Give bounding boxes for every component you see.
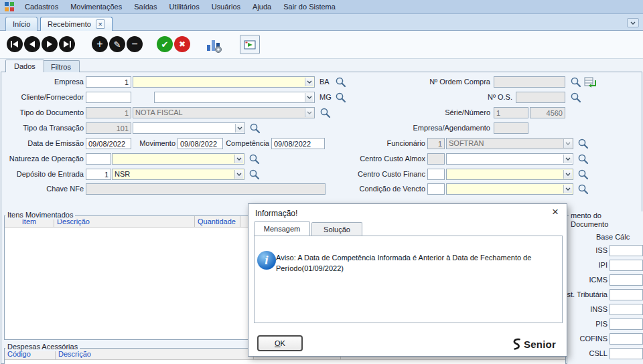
minus-icon: − <box>131 39 137 50</box>
senior-logo-icon <box>511 338 521 350</box>
chevron-down-icon <box>630 21 636 25</box>
column-header-quantidade[interactable]: Quantidade <box>195 216 240 227</box>
serie-input <box>494 107 528 118</box>
confirm-button[interactable]: ✔ <box>157 36 173 52</box>
senior-logo: Senior <box>511 338 556 350</box>
next-record-button[interactable] <box>42 36 58 52</box>
tab-recebimento-label: Recebimento <box>48 20 91 28</box>
menu-item-movimentacoes[interactable]: Movimentações <box>64 0 128 13</box>
natureza-label: Natureza de Operação <box>7 153 84 165</box>
tax-input-csll[interactable] <box>610 348 643 359</box>
dialog-tab-solucao[interactable]: Solução <box>311 222 362 236</box>
empresa-lookup-button[interactable] <box>335 76 346 88</box>
add-record-button[interactable]: + <box>92 36 108 52</box>
cross-icon: ✖ <box>179 40 186 48</box>
ordem-compra-label: Nº Ordem Compra <box>402 76 490 88</box>
condicao-vencto-lookup-button[interactable] <box>577 183 589 195</box>
tipo-transacao-combo[interactable] <box>133 122 245 134</box>
delete-record-button[interactable]: − <box>127 36 143 52</box>
import-order-button[interactable] <box>583 76 597 88</box>
ok-button[interactable]: OK <box>257 335 303 351</box>
condicao-vencto-code-input[interactable] <box>427 183 445 195</box>
cliente-combo[interactable] <box>154 92 315 103</box>
menu-item-cadastros[interactable]: Cadastros <box>19 0 64 13</box>
empresa-region-label: BA <box>319 76 334 88</box>
centro-custo-financ-code-input[interactable] <box>427 169 445 180</box>
tab-close-icon[interactable]: × <box>96 19 105 29</box>
competencia-input[interactable] <box>271 138 325 149</box>
condicao-vencto-combo[interactable] <box>446 183 573 195</box>
senior-logo-text: Senior <box>524 339 556 350</box>
empresa-combo[interactable] <box>133 76 315 88</box>
check-icon: ✔ <box>161 40 169 49</box>
previous-record-button[interactable] <box>24 36 40 52</box>
empresa-code-input[interactable] <box>86 76 131 88</box>
column-header-descricao[interactable]: Descrição <box>54 216 195 227</box>
tax-input-pis[interactable] <box>610 318 643 330</box>
cliente-label: Cliente/Fornecedor <box>7 92 84 103</box>
competencia-label: Competência <box>225 138 269 149</box>
tipo-transacao-lookup-button[interactable] <box>249 122 261 134</box>
movimento-label: Movimento <box>134 138 175 149</box>
first-record-button[interactable] <box>7 36 23 52</box>
info-dialog: Informação! × Mensagem Solução i Aviso: … <box>248 203 567 357</box>
menu-item-saidas[interactable]: Saídas <box>128 0 163 13</box>
deposito-lookup-button[interactable] <box>248 169 260 180</box>
tax-input-cofins[interactable] <box>610 333 643 345</box>
cancel-button[interactable]: ✖ <box>174 36 190 52</box>
natureza-combo[interactable] <box>112 153 244 165</box>
last-record-button[interactable] <box>59 36 75 52</box>
tipo-documento-lookup-button[interactable] <box>319 107 331 118</box>
ordem-compra-input <box>494 76 565 88</box>
chart-button[interactable] <box>204 35 223 54</box>
tab-filtros[interactable]: Filtros <box>42 60 80 72</box>
centro-custo-financ-lookup-button[interactable] <box>577 169 589 180</box>
dialog-close-icon[interactable]: × <box>549 206 561 218</box>
menu-item-ajuda[interactable]: Ajuda <box>246 0 277 13</box>
tab-recebimento[interactable]: Recebimento × <box>40 17 113 31</box>
tax-input-subst-tributaria[interactable] <box>610 289 643 300</box>
edit-record-button[interactable]: ✎ <box>109 36 125 52</box>
chevron-down-icon <box>565 187 571 191</box>
ordem-compra-lookup-button[interactable] <box>570 76 581 88</box>
app-icon <box>5 2 14 11</box>
centro-custo-almox-combo[interactable] <box>446 153 573 165</box>
chevron-down-icon <box>307 80 312 84</box>
menu-item-sair-do-sistema[interactable]: Sair do Sistema <box>277 0 342 13</box>
cliente-lookup-button[interactable] <box>335 92 346 103</box>
movimento-input[interactable] <box>177 138 223 149</box>
tipo-transacao-label: Tipo da Transação <box>7 122 84 134</box>
search-icon <box>248 169 260 180</box>
tax-input-ipi[interactable] <box>610 260 643 271</box>
tab-inicio[interactable]: Início <box>5 17 38 31</box>
search-icon <box>577 138 589 149</box>
menu-item-utilitarios[interactable]: Utilitários <box>163 0 205 13</box>
chevron-down-icon <box>236 173 242 176</box>
data-emissao-input[interactable] <box>86 138 131 149</box>
tab-list-button[interactable] <box>627 18 639 27</box>
deposito-label: Depósito de Entrada <box>7 169 84 180</box>
deposito-code-input[interactable] <box>86 169 111 180</box>
chave-nfe-input <box>86 183 326 195</box>
os-lookup-button[interactable] <box>570 92 581 103</box>
tax-input-inss[interactable] <box>610 304 643 315</box>
tab-dados[interactable]: Dados <box>5 60 44 72</box>
column-header-descricao[interactable]: Descrição <box>56 349 254 359</box>
chevron-down-icon <box>565 142 571 145</box>
deposito-combo[interactable]: NSR <box>112 169 244 180</box>
search-icon <box>335 92 346 103</box>
tax-input-iss[interactable] <box>610 245 643 256</box>
natureza-code-input[interactable] <box>86 153 111 165</box>
menu-item-usuarios[interactable]: Usuários <box>206 0 246 13</box>
condicao-vencto-label: Condição de Vencto <box>335 183 425 195</box>
dialog-tab-mensagem[interactable]: Mensagem <box>254 221 310 236</box>
cliente-code-input[interactable] <box>86 92 131 103</box>
search-icon <box>249 122 261 134</box>
natureza-lookup-button[interactable] <box>248 153 260 165</box>
funcionario-lookup-button[interactable] <box>577 138 589 149</box>
preview-button[interactable] <box>240 35 260 54</box>
centro-custo-almox-lookup-button[interactable] <box>577 153 589 165</box>
centro-custo-financ-combo[interactable] <box>446 169 573 180</box>
search-icon <box>319 107 331 118</box>
tax-input-icms[interactable] <box>610 274 643 286</box>
